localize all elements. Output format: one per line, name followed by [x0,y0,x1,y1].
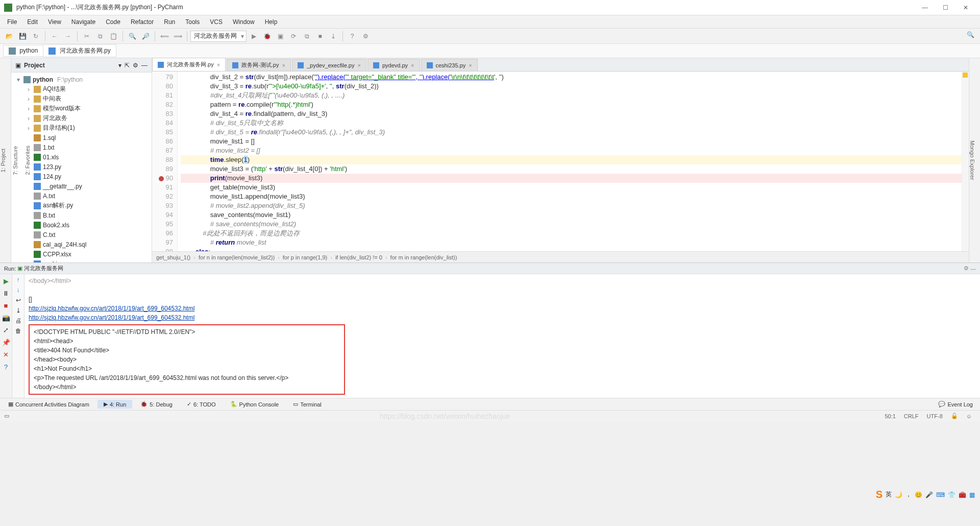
code-line[interactable]: # return movie_list [181,238,962,247]
code-line[interactable]: # movie_list2 = [] [181,146,962,155]
help-icon[interactable]: ? [2,362,11,371]
search-everywhere-icon[interactable]: 🔍 [967,31,977,41]
code-line[interactable]: div_list_4 = re.findall(pattern, div_lis… [181,109,962,118]
code-line[interactable]: save_contents(movie_list1) [181,210,962,220]
breakpoint-icon[interactable] [159,176,164,181]
paste-icon[interactable]: 📋 [107,30,119,42]
grid-icon[interactable]: ▦ [969,491,975,498]
tree-item[interactable]: ›河北政务 [11,113,152,123]
line-number[interactable]: 84 [152,118,173,128]
down-icon[interactable]: ↓ [17,286,20,294]
line-number[interactable]: 91 [152,183,173,192]
tree-item[interactable]: cal_aqi_24H.sql [11,240,152,249]
rerun-icon[interactable]: ▶ [2,276,11,285]
open-icon[interactable]: 📂 [3,30,15,42]
stop-icon[interactable]: ■ [2,301,11,310]
code-line[interactable]: # save_contents(movie_list2) [181,220,962,229]
collapse-icon[interactable]: ⇱ [125,62,130,69]
tree-item[interactable]: 124.py [11,172,152,181]
tree-item[interactable]: 123.py [11,162,152,172]
bottom-tab[interactable]: ▦Concurrent Activities Diagram [2,400,95,409]
line-number[interactable]: 83 [152,109,173,118]
bottom-tab[interactable]: ✓6: TODO [181,400,222,409]
menu-window[interactable]: Window [228,16,260,28]
stop-icon[interactable]: ■ [314,30,326,42]
line-number[interactable]: 96 [152,229,173,238]
copy-icon[interactable]: ⧉ [94,30,106,42]
favorites-tool-button[interactable]: 2: Favorites [24,146,31,175]
keyboard-icon[interactable]: ⌨ [936,491,945,498]
line-number[interactable]: 82 [152,100,173,109]
tree-item[interactable]: ›目录结构(1) [11,123,152,133]
tree-item[interactable]: __getattr__.py [11,181,152,191]
line-number[interactable]: 86 [152,137,173,146]
warning-mark-icon[interactable] [963,73,968,78]
coverage-icon[interactable]: ▣ [274,30,286,42]
run-icon[interactable]: ▶ [248,30,260,42]
dump-icon[interactable]: 📸 [2,313,11,322]
line-number[interactable]: 81 [152,91,173,100]
concurrency-icon[interactable]: ⧉ [301,30,313,42]
line-number[interactable]: 95 [152,220,173,229]
scroll-to-end-icon[interactable]: ⤓ [16,307,21,314]
bottom-tab[interactable]: 🐍Python Console [224,400,285,409]
save-all-icon[interactable]: 💾 [16,30,29,42]
line-number[interactable]: 80 [152,82,173,91]
console-link[interactable]: http://sjzlq.hbzwfw.gov.cn/art/2018/1/19… [29,305,194,312]
ime-lang[interactable]: 英 [886,490,892,499]
tree-item[interactable]: ›中间表 [11,94,152,104]
editor-tab[interactable]: _pydev_execfile.py× [292,59,366,71]
expand-arrow-icon[interactable]: › [26,125,32,132]
code-line[interactable]: movie_list1.append(movie_list3) [181,192,962,201]
code-line[interactable]: movie_list3 = ('http' + str(div_list_4[0… [181,164,962,174]
toolbox-icon[interactable]: 🧰 [959,491,966,498]
menu-vcs[interactable]: VCS [205,16,228,28]
pin-icon[interactable]: 📌 [2,338,11,347]
inspection-icon[interactable]: ☺ [966,413,972,419]
line-number[interactable]: 79 [152,73,173,82]
soft-wrap-icon[interactable]: ↩ [16,297,21,304]
code-line[interactable]: else: [181,247,962,251]
redo-icon[interactable]: → [62,30,74,42]
breadcrumb-file[interactable]: 河北政务服务网.py [43,44,116,57]
menu-view[interactable]: View [43,16,66,28]
menu-code[interactable]: Code [101,16,126,28]
tree-item[interactable]: CCPP.xlsx [11,249,152,259]
line-separator[interactable]: CRLF [904,413,919,419]
hide-icon[interactable]: — [970,266,976,272]
menu-refactor[interactable]: Refactor [126,16,159,28]
expand-arrow-icon[interactable]: › [26,86,32,93]
code-line[interactable]: print(movie_list3) [181,174,962,183]
sogou-ime-icon[interactable]: S [876,489,883,500]
line-number[interactable]: 98 [152,247,173,251]
comma-icon[interactable]: ， [905,490,912,499]
pause-icon[interactable]: ⏸ [2,289,11,298]
run-console[interactable]: </body></html>[]http://sjzlq.hbzwfw.gov.… [24,274,980,398]
tree-item[interactable]: ceshi.py [11,259,152,262]
code-line[interactable]: # movie_list2.append(div_list_5) [181,201,962,210]
breadcrumb-root[interactable]: python [3,45,43,57]
tree-item[interactable]: asn解析.py [11,201,152,210]
back-icon[interactable]: ⟸ [158,30,170,42]
menu-run[interactable]: Run [159,16,180,28]
status-indicator-icon[interactable]: ▭ [4,413,9,419]
bottom-tab[interactable]: ▭Terminal [287,400,328,409]
sync-icon[interactable]: ↻ [30,30,42,42]
moon-icon[interactable]: 🌙 [895,491,902,498]
code-line[interactable]: div_list_3 = re.sub(r'">[\u4e00-\u9fa5]+… [181,82,962,91]
code-line[interactable]: div_list_2 = str(div_list[m]).replace(''… [181,73,962,82]
console-link[interactable]: http://sjzlq.hbzwfw.gov.cn/art/2018/1/19… [29,314,194,321]
line-number[interactable]: 93 [152,201,173,210]
line-number[interactable]: 85 [152,128,173,137]
restore-layout-icon[interactable]: ⤢ [2,325,11,334]
mongo-tool-button[interactable]: Mongo Explorer [969,140,975,180]
line-number[interactable]: 97 [152,238,173,247]
error-stripe[interactable] [962,71,969,251]
read-only-icon[interactable]: 🔓 [951,413,958,419]
mic-icon[interactable]: 🎤 [925,491,933,498]
tree-item[interactable]: 01.xls [11,152,152,162]
code-line[interactable]: get_table(movie_list3) [181,183,962,192]
structure-tool-button[interactable]: 7: Structure [12,146,18,175]
line-number[interactable]: 94 [152,210,173,220]
code-line[interactable]: pattern = re.compile(r'"http(.*)html') [181,100,962,109]
